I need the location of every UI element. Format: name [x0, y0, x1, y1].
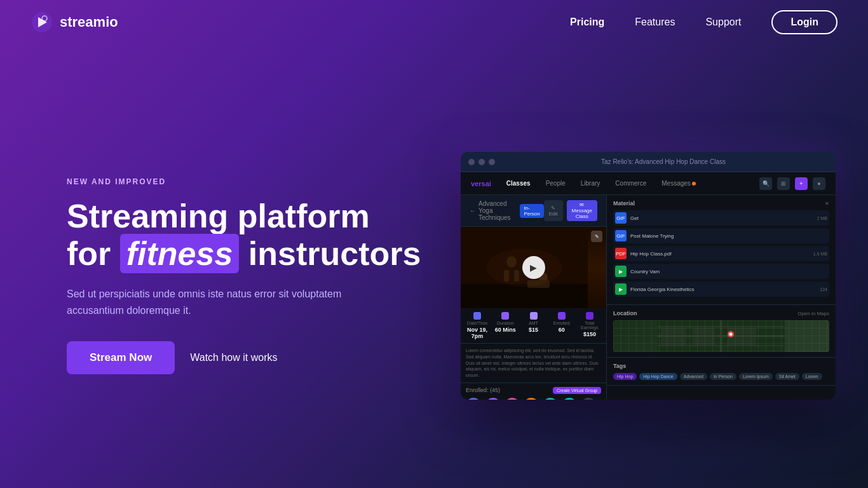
app-nav-library[interactable]: Library: [581, 180, 600, 187]
avatar-circle: Ab: [543, 398, 558, 400]
stat-amt-value: $15: [522, 327, 545, 333]
map-area[interactable]: [613, 320, 829, 352]
material-close[interactable]: ✕: [825, 201, 829, 207]
material-section: Material ✕ GIF Get 2 MB GIF Post Malone …: [607, 195, 836, 305]
avatar-circle: An: [524, 398, 539, 400]
nav-support[interactable]: Support: [705, 17, 741, 28]
play-button[interactable]: ▶: [522, 256, 545, 279]
stat-earnings-label: Total Earnings: [578, 321, 601, 330]
avatar-circle: AL: [485, 398, 501, 400]
app-nav-icons: 🔍 ⊞ + ●: [759, 177, 825, 190]
logo[interactable]: streamio: [31, 11, 118, 34]
material-name-3: Hip Hop Class.pdf: [630, 251, 810, 257]
avatar-annabel: Ab Annabel: [543, 398, 558, 400]
app-nav-brand: versai: [471, 180, 491, 187]
login-button[interactable]: Login: [771, 10, 837, 34]
in-person-badge: In-Person: [520, 204, 543, 218]
messages-badge: [692, 182, 696, 186]
open-in-maps[interactable]: Open in Maps: [797, 311, 829, 316]
app-topbar: Taz Relio's: Advanced Hip Hop Dance Clas…: [461, 152, 836, 172]
app-left-col: ← Advanced Yoga Techniques In-Person ✎ E…: [461, 195, 607, 400]
edit-button[interactable]: ✎ Edit: [544, 200, 563, 221]
avatar-annabel2: Ab Annabel: [562, 398, 577, 400]
tags-area: Hip Hop Hip Hop Dance Advanced In Person…: [613, 373, 829, 380]
hero-content: NEW AND IMPROVED Streaming platform for …: [67, 177, 423, 375]
tag-sit-amet[interactable]: Sit Amet: [775, 373, 799, 380]
window-dot-2: [478, 159, 485, 165]
material-name-5: Florida Georgia Kinesthetics: [630, 287, 816, 292]
stat-duration: Duration 60 Mins: [494, 312, 517, 339]
map-grid: [613, 320, 829, 352]
nav-links: Pricing Features Support Login: [570, 10, 837, 34]
avatar-icon[interactable]: ●: [813, 177, 825, 190]
duration-icon: [501, 312, 509, 320]
app-nav-people[interactable]: People: [546, 180, 566, 187]
app-nav-messages[interactable]: Messages: [661, 180, 696, 187]
material-pdf-icon: PDF: [615, 248, 627, 259]
material-item-1: GIF Get 2 MB: [613, 210, 829, 226]
stats-row: Date/Time Nov 19, 7pm Duration 60 Mins A…: [461, 308, 606, 344]
message-class-button[interactable]: ✉ Message Class: [567, 200, 597, 221]
stat-earnings: Total Earnings $150: [578, 312, 601, 339]
tag-lorem-ipsum[interactable]: Lorem Ipsum: [739, 373, 773, 380]
svg-rect-3: [461, 284, 588, 308]
app-nav-commerce[interactable]: Commerce: [615, 180, 646, 187]
material-gif-icon-2: GIF: [615, 230, 627, 241]
avatar-circle: Ab: [562, 398, 577, 400]
app-nav-classes[interactable]: Classes: [506, 180, 531, 187]
material-item-4: ▶ Country Vam: [613, 264, 829, 279]
grid-icon[interactable]: ⊞: [777, 177, 790, 190]
brand-name: streamio: [60, 14, 118, 30]
plus-icon[interactable]: +: [795, 177, 808, 190]
video-area[interactable]: ▶ ✎: [461, 227, 606, 308]
tag-in-person[interactable]: In Person: [710, 373, 736, 380]
tags-section: Tags Hip Hop Hip Hop Dance Advanced In P…: [607, 358, 836, 386]
window-dot-3: [489, 159, 495, 165]
nav-features[interactable]: Features: [635, 17, 675, 28]
window-dot-1: [468, 159, 475, 165]
hero-title-line2-post: instructors: [239, 235, 421, 272]
back-button[interactable]: ← Advanced Yoga Techniques In-Person: [470, 200, 544, 221]
stat-enrolled-label: Enrolled: [550, 321, 573, 325]
back-arrow: ←: [470, 207, 476, 214]
app-screenshot-window: Taz Relio's: Advanced Hip Hop Dance Clas…: [461, 152, 836, 400]
tag-hip-hop[interactable]: Hip Hop: [613, 373, 637, 380]
app-right-col: Material ✕ GIF Get 2 MB GIF Post Malone …: [607, 195, 836, 400]
avatar-annabee: An Annabee: [524, 398, 539, 400]
video-thumbnail: ▶ ✎: [461, 227, 606, 308]
enrolled-section: Enrolled: (45) Create Virtual Group A An…: [461, 383, 606, 400]
class-title-header: Advanced Yoga Techniques: [478, 200, 513, 221]
material-item-2: GIF Post Malone Trying: [613, 228, 829, 243]
tag-advanced[interactable]: Advanced: [680, 373, 707, 380]
stat-enrolled: Enrolled 60: [550, 312, 573, 339]
material-name-2: Post Malone Trying: [630, 233, 824, 239]
stat-date: Date/Time Nov 19, 7pm: [466, 312, 489, 339]
material-vid-icon: ▶: [615, 266, 627, 277]
material-title: Material: [613, 200, 635, 207]
video-edit-icon[interactable]: ✎: [591, 231, 602, 242]
tags-header: Tags: [613, 363, 829, 369]
search-icon[interactable]: 🔍: [759, 177, 772, 190]
stat-duration-value: 60 Mins: [494, 327, 517, 333]
date-icon: [473, 312, 481, 320]
enrolled-header: Enrolled: (45) Create Virtual Group: [466, 387, 601, 394]
hero-title-line1: Streaming platform: [67, 198, 370, 234]
stat-earnings-value: $150: [578, 331, 601, 337]
content-header: ← Advanced Yoga Techniques In-Person ✎ E…: [461, 195, 606, 227]
tag-lorem[interactable]: Lorem: [802, 373, 822, 380]
avatar-more: +103: [581, 398, 596, 400]
avatar-anthony: A Anthony: [466, 398, 481, 400]
stream-now-button[interactable]: Stream Now: [67, 341, 175, 374]
watch-how-button[interactable]: Watch how it works: [190, 352, 277, 363]
location-header: Location Open in Maps: [613, 310, 829, 316]
hero-subtitle: Sed ut perspiciatis unde omnis iste natu…: [67, 286, 346, 318]
material-name-4: Country Vam: [630, 269, 824, 274]
material-size-5: 124: [820, 287, 827, 292]
create-virtual-group-button[interactable]: Create Virtual Group: [553, 387, 601, 394]
material-gif-icon: GIF: [615, 212, 627, 224]
app-content: ← Advanced Yoga Techniques In-Person ✎ E…: [461, 195, 836, 400]
tag-hip-hop-dance[interactable]: Hip Hop Dance: [639, 373, 677, 380]
nav-pricing[interactable]: Pricing: [570, 17, 604, 28]
app-nav: versai Classes People Library Commerce M…: [461, 172, 836, 195]
hero-title-line2-pre: for: [67, 235, 120, 272]
